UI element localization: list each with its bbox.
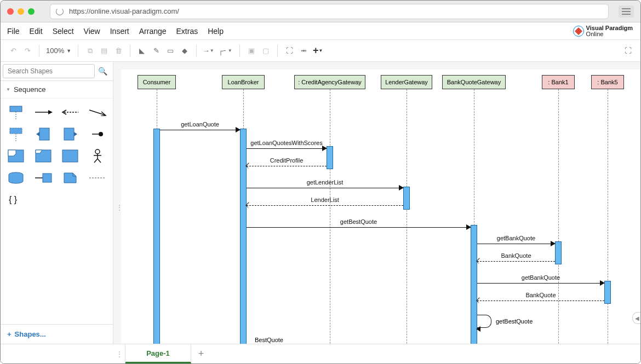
- message-label-partial: BestQuote: [255, 337, 283, 343]
- shape-note[interactable]: [59, 169, 83, 187]
- shape-boundary[interactable]: [31, 169, 55, 187]
- activation-consumer[interactable]: [153, 129, 160, 344]
- palette-section-sequence[interactable]: Sequence: [1, 81, 113, 99]
- diamond-fill-icon[interactable]: ◆: [180, 46, 190, 56]
- shape-actor[interactable]: [85, 147, 110, 165]
- brand-name: Visual Paradigm: [586, 25, 633, 31]
- pencil-icon[interactable]: ✎: [151, 46, 161, 56]
- fill-icon[interactable]: ◣: [137, 46, 147, 56]
- message-5[interactable]: getBestQuote: [247, 221, 471, 228]
- activation-lender[interactable]: [403, 187, 410, 210]
- lifeline-bank1[interactable]: : Bank1: [542, 75, 575, 89]
- to-back-icon[interactable]: ▢: [261, 46, 271, 56]
- shape-lifeline[interactable]: [4, 103, 28, 122]
- shape-frame-loop[interactable]: [31, 147, 55, 165]
- close-window-icon[interactable]: [7, 8, 14, 15]
- message-2[interactable]: CreditProfile: [247, 159, 327, 167]
- fit-width-icon[interactable]: ⥈: [299, 46, 308, 56]
- shape-found-message[interactable]: [4, 125, 28, 143]
- menu-arrange[interactable]: Arrange: [139, 27, 167, 36]
- waypoint-style-icon[interactable]: ┌╴ ▼: [218, 46, 233, 56]
- fullscreen-icon[interactable]: ⛶: [623, 46, 633, 56]
- shape-activation-right[interactable]: [59, 125, 83, 143]
- more-shapes-button[interactable]: +Shapes...: [1, 324, 113, 344]
- fit-icon[interactable]: ⛶: [284, 46, 294, 56]
- message-label: BankQuote: [477, 292, 604, 298]
- shape-activation-left[interactable]: [31, 125, 55, 143]
- svg-rect-24: [43, 174, 51, 182]
- canvas-area[interactable]: ⋮ ConsumerLoanBroker: CreditAgencyGatewa…: [113, 62, 640, 344]
- message-1[interactable]: getLoanQuotesWithScores: [247, 142, 327, 149]
- self-message-0[interactable]: getBestQuote: [477, 315, 494, 330]
- url-bar[interactable]: https://online.visual-paradigm.com/: [50, 4, 609, 19]
- diagram-canvas[interactable]: ConsumerLoanBroker: CreditAgencyGatewayL…: [121, 70, 640, 344]
- menu-select[interactable]: Select: [53, 27, 74, 36]
- to-front-icon[interactable]: ▣: [247, 46, 256, 56]
- lifeline-loanbroker[interactable]: LoanBroker: [222, 75, 265, 89]
- lifeline-consumer[interactable]: Consumer: [138, 75, 176, 89]
- shape-end-point[interactable]: [85, 125, 110, 143]
- add-icon[interactable]: +▼: [313, 46, 323, 56]
- paste-icon[interactable]: ▤: [99, 46, 109, 56]
- svg-rect-8: [39, 128, 49, 140]
- shape-entity[interactable]: [4, 169, 28, 187]
- menu-extras[interactable]: Extras: [176, 27, 198, 36]
- activation-bank1[interactable]: [555, 241, 562, 264]
- delete-icon[interactable]: 🗑: [113, 46, 123, 56]
- message-8[interactable]: getBankQuote: [477, 276, 604, 284]
- refresh-icon[interactable]: [56, 8, 64, 15]
- activation-credit[interactable]: [327, 146, 333, 169]
- add-page-button[interactable]: +: [191, 344, 211, 363]
- lifeline-dash-bank1: [558, 89, 559, 344]
- search-icon[interactable]: 🔍: [98, 67, 107, 76]
- shape-return-message[interactable]: [59, 103, 83, 122]
- palette-section-label: Sequence: [14, 85, 46, 94]
- rect-icon[interactable]: ▭: [165, 46, 175, 56]
- lifeline-lender[interactable]: LenderGateway: [381, 75, 432, 89]
- page-tab-1[interactable]: Page-1: [125, 344, 191, 363]
- copy-icon[interactable]: ⧉: [85, 46, 95, 56]
- message-4[interactable]: LenderList: [247, 199, 403, 206]
- message-0[interactable]: getLoanQuote: [160, 123, 240, 131]
- activation-loanbroker[interactable]: [240, 129, 247, 344]
- zoom-dropdown[interactable]: 100%▼: [46, 47, 71, 55]
- menu-file[interactable]: File: [7, 27, 20, 36]
- svg-point-13: [99, 132, 103, 136]
- maximize-window-icon[interactable]: [28, 8, 35, 15]
- svg-point-17: [95, 149, 100, 154]
- zoom-value: 100%: [46, 47, 64, 55]
- connector-style-icon[interactable]: → ▼: [203, 46, 213, 56]
- message-6[interactable]: getBankQuote: [477, 237, 555, 245]
- redo-icon[interactable]: ↷: [22, 46, 32, 56]
- shape-sync-message[interactable]: [31, 103, 55, 122]
- shape-frame-opt[interactable]: [59, 147, 83, 165]
- shape-constraint[interactable]: { }: [4, 190, 28, 209]
- lifeline-credit[interactable]: : CreditAgencyGateway: [294, 75, 365, 89]
- menu-insert[interactable]: Insert: [110, 27, 129, 36]
- message-label: getBankQuote: [477, 274, 604, 281]
- hamburger-menu-icon[interactable]: [619, 5, 634, 18]
- svg-line-20: [94, 159, 98, 163]
- menu-edit[interactable]: Edit: [30, 27, 43, 36]
- activation-bank5[interactable]: [604, 281, 611, 304]
- sidebar: 🔍 ⋮ Sequence { } +Shapes...: [1, 62, 113, 344]
- message-label: LenderList: [247, 197, 403, 203]
- message-3[interactable]: getLenderList: [247, 181, 403, 189]
- message-label: getLoanQuotesWithScores: [247, 140, 327, 146]
- collapse-panel-icon[interactable]: ◀: [632, 312, 640, 324]
- lifeline-bankquote[interactable]: BankQuoteGateway: [442, 75, 506, 89]
- minimize-window-icon[interactable]: [18, 8, 24, 15]
- undo-icon[interactable]: ↶: [8, 46, 18, 56]
- lifeline-bank5[interactable]: : Bank5: [591, 75, 624, 89]
- shape-async-message[interactable]: [85, 103, 110, 122]
- footer-grip-icon[interactable]: ⋮: [113, 344, 125, 363]
- search-shapes-input[interactable]: [3, 64, 95, 78]
- footer-tabs: ⋮ Page-1 +: [1, 344, 640, 363]
- brand-logo[interactable]: Visual ParadigmOnline: [573, 25, 633, 37]
- menu-help[interactable]: Help: [208, 27, 224, 36]
- message-7[interactable]: BankQuote: [477, 255, 555, 262]
- menu-view[interactable]: View: [84, 27, 100, 36]
- shape-continuation[interactable]: [85, 169, 110, 187]
- message-9[interactable]: BankQuote: [477, 294, 604, 302]
- shape-frame-alt[interactable]: [4, 147, 28, 165]
